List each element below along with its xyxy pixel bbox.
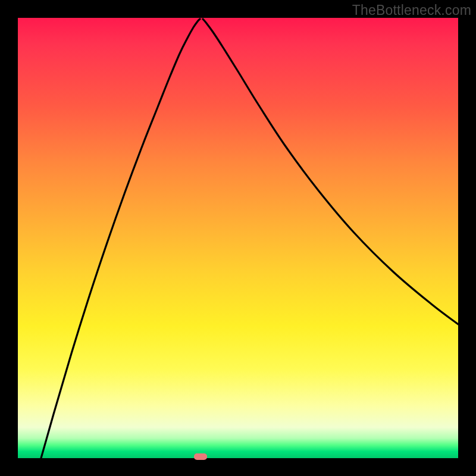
plot-area [18,18,458,458]
curve-left-branch [41,19,200,458]
minimum-marker [194,453,207,460]
chart-frame: TheBottleneck.com [0,0,476,476]
watermark-text: TheBottleneck.com [352,2,471,18]
curve-right-branch [203,19,458,324]
bottleneck-curve [18,18,458,458]
